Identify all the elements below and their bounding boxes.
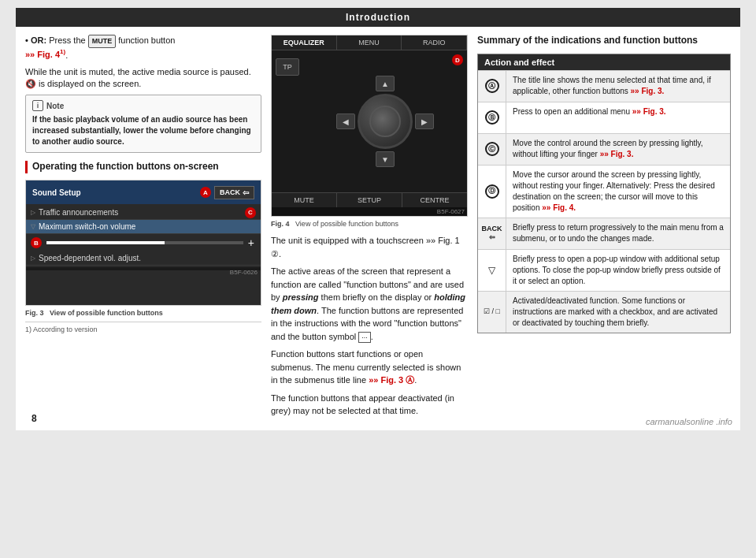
- fig3-item-2: ▷ Speed-dependent vol. adjust.: [26, 251, 261, 266]
- fig4-left-panel: TP: [272, 50, 303, 192]
- item-label-2: Speed-dependent vol. adjust.: [39, 254, 141, 262]
- function-text: function button: [118, 35, 175, 45]
- para-2: The active areas of the screen that repr…: [271, 265, 468, 343]
- fig3-menu-items: ▷ Traffic announcements C ▽ Maximum swit…: [26, 204, 261, 267]
- fig3-item-0: ▷ Traffic announcements C: [26, 206, 261, 220]
- back-button: BACK ⇦: [214, 186, 254, 199]
- fig4-bottom-mute: MUTE: [272, 193, 337, 207]
- fig4-top-equalizer: EQUALIZER: [272, 35, 337, 50]
- slider-fill: [46, 241, 165, 244]
- nav-down: ▼: [376, 151, 395, 167]
- fig3-item-1: ▽ Maximum switch-on volume: [26, 220, 261, 234]
- table-text-c: Move the control around the screen by pr…: [506, 134, 730, 165]
- circle-a-ref: Ⓐ: [406, 375, 414, 385]
- mute-symbol: 🔇: [25, 79, 39, 88]
- rotary-knob[interactable]: [358, 94, 413, 149]
- checkbox-icon: ☑ / □: [484, 307, 500, 317]
- nav-right-btn[interactable]: ▶: [415, 113, 434, 129]
- middle-text: The unit is equipped with a touchscreen …: [271, 234, 468, 418]
- para-3: Function buttons start functions or open…: [271, 348, 468, 387]
- para-4: The function buttons that appear deactiv…: [271, 392, 468, 418]
- footnote: 1) According to version: [25, 322, 261, 333]
- fig4-bottom-setup: SETUP: [337, 193, 402, 207]
- fig3-ref-a: »» Fig. 3.: [631, 87, 665, 95]
- fig4-d-badge: D: [452, 54, 463, 65]
- slider-track: [46, 241, 243, 244]
- header-bar: Introduction: [16, 8, 740, 27]
- table-icon-back: BACK⇦: [478, 218, 506, 249]
- plus-btn[interactable]: +: [246, 236, 256, 249]
- summary-table: Action and effect Ⓐ The title line shows…: [477, 54, 731, 333]
- arrow-0: ▷: [31, 209, 35, 216]
- nav-up: ▲: [376, 76, 395, 91]
- fig4-caption: Fig. 4 View of possible function buttons: [271, 220, 468, 228]
- fig4-top-bar: EQUALIZER MENU RADIO: [272, 35, 467, 50]
- circle-c-icon: Ⓒ: [485, 142, 499, 156]
- footnote-sup: 1): [60, 49, 65, 56]
- item-label-1: Maximum switch-on volume: [39, 222, 135, 231]
- pressing-bold: pressing: [283, 292, 319, 302]
- right-column: Summary of the indications and function …: [477, 35, 731, 422]
- or-label: OR:: [31, 35, 46, 45]
- table-text-b: Press to open an additional menu »» Fig.…: [506, 102, 730, 133]
- page-container: Introduction • OR: Press the MUTE functi…: [16, 8, 740, 430]
- table-icon-c: Ⓒ: [478, 134, 506, 165]
- left-column: • OR: Press the MUTE function button »» …: [25, 35, 261, 422]
- fig4-ref-d: »» Fig. 4.: [542, 203, 576, 212]
- fig4-bottom-centre: CENTRE: [402, 193, 467, 207]
- note-label: Note: [46, 102, 64, 110]
- arrow-2: ▷: [31, 255, 35, 262]
- button-symbol: ···: [358, 332, 371, 343]
- fig3-code-bar: B5F-0626: [26, 267, 261, 270]
- table-header: Action and effect: [478, 54, 730, 70]
- nav-up-btn[interactable]: ▲: [376, 76, 395, 91]
- circle-a-icon: Ⓐ: [485, 79, 499, 93]
- table-icon-a: Ⓐ: [478, 71, 506, 102]
- fig3-container: Sound Setup A BACK ⇦ ▷ Traffic announcem…: [25, 180, 261, 306]
- table-icon-chevron: ▽: [478, 250, 506, 291]
- note-text: If the basic playback volume of an audio…: [32, 114, 254, 147]
- table-text-back: Briefly press to return progressively to…: [506, 218, 730, 249]
- table-icon-b: Ⓑ: [478, 102, 506, 133]
- fig4-bottom-bar: MUTE SETUP CENTRE: [272, 192, 467, 207]
- while-text: While the unit is muted, the active medi…: [25, 66, 261, 91]
- table-row-d: Ⓓ Move the cursor around the screen by p…: [478, 165, 730, 218]
- mute-badge: MUTE: [88, 35, 117, 48]
- page-number: 8: [32, 413, 37, 424]
- table-text-checkbox: Activated/deactivated function. Some fun…: [506, 292, 730, 333]
- fig-ref-4: »» Fig. 41): [25, 50, 65, 59]
- bullet-section: • OR: Press the MUTE function button »» …: [25, 35, 261, 153]
- fig3-ref-c: »» Fig. 3.: [600, 150, 634, 158]
- note-header: i Note: [32, 100, 254, 111]
- label-a-badge: A: [200, 187, 211, 198]
- circle-b-icon: Ⓑ: [485, 110, 499, 125]
- bullet-text-or: • OR: Press the MUTE function button »» …: [25, 35, 261, 61]
- content-area: • OR: Press the MUTE function button »» …: [16, 27, 740, 430]
- fig4-code: B5F-0627: [272, 207, 467, 216]
- tp-button[interactable]: TP: [276, 58, 299, 76]
- watermark: carmanualsonline .info: [646, 417, 732, 426]
- item-label-0: Traffic announcements: [39, 208, 118, 217]
- sound-setup-label: Sound Setup: [32, 188, 81, 197]
- table-text-d: Move the cursor around the screen by pre…: [506, 166, 730, 218]
- badge-c: C: [245, 207, 256, 218]
- nav-left-btn[interactable]: ◀: [336, 113, 355, 129]
- table-row-chevron: ▽ Briefly press to open a pop-up window …: [478, 249, 730, 291]
- fig4-top-radio: RADIO: [402, 35, 467, 50]
- table-row-a: Ⓐ The title line shows the menu selected…: [478, 70, 730, 102]
- fig4-top-menu: MENU: [337, 35, 402, 50]
- table-icon-d: Ⓓ: [478, 166, 506, 218]
- fig4-center: ▲ ◀ ▶: [303, 50, 467, 192]
- chevron-down-icon: ▽: [488, 265, 495, 276]
- nav-down-btn[interactable]: ▼: [376, 151, 395, 167]
- fig3-code: B5F-0626: [230, 269, 258, 276]
- table-text-a: The title line shows the menu selected a…: [506, 71, 730, 102]
- nav-middle-row: ◀ ▶: [336, 94, 434, 149]
- table-row-checkbox: ☑ / □ Activated/deactivated function. So…: [478, 291, 730, 333]
- table-icon-checkbox: ☑ / □: [478, 292, 506, 333]
- middle-column: EQUALIZER MENU RADIO TP: [271, 35, 468, 422]
- slider-row: + B: [26, 234, 261, 251]
- back-arrow-icon: BACK⇦: [482, 225, 502, 242]
- fig4-container: EQUALIZER MENU RADIO TP: [271, 35, 468, 217]
- fig3-ref: »» Fig. 3: [369, 375, 403, 385]
